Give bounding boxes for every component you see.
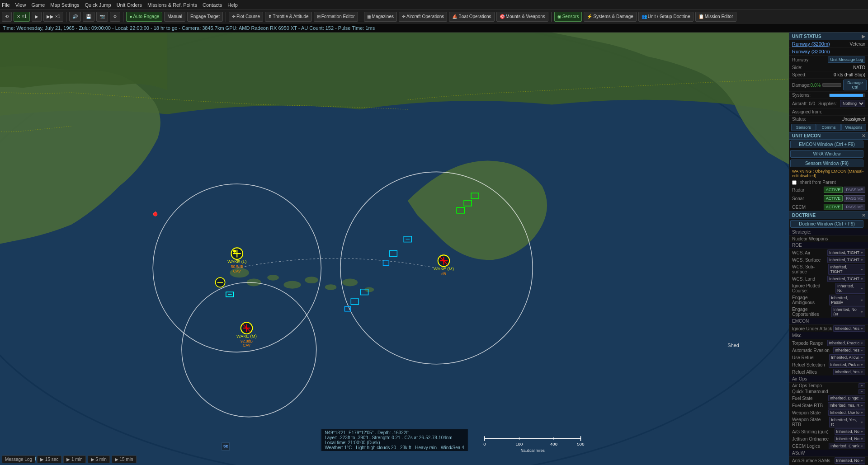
undo-button[interactable]: ⟲ <box>2 12 12 22</box>
sensors-window-btn[interactable]: Sensors Window (F9) <box>790 160 863 167</box>
sound-button[interactable]: 🔊 <box>69 12 81 22</box>
oecm-active-btn[interactable]: ACTIVE <box>824 204 843 210</box>
emcon-sub-header: EMCON <box>789 318 868 325</box>
refuel-allies-value[interactable]: Inherited, Yes <box>833 369 865 375</box>
status-label: Status: <box>792 117 806 122</box>
map-icon[interactable]: 🗺 <box>222 442 230 451</box>
mounts-weapons-button[interactable]: 🎯 Mounts & Weapons <box>496 12 548 22</box>
quick-turnaround-value[interactable] <box>859 389 865 394</box>
unit-status-collapse[interactable]: ▶ <box>862 34 865 39</box>
save-button[interactable]: 💾 <box>83 12 94 22</box>
fuel-state-value[interactable]: Inherited, Bingo: <box>828 395 865 401</box>
wra-window-btn[interactable]: WRA Window <box>790 150 863 158</box>
systems-damage-button[interactable]: ⚡ Systems & Damage <box>584 12 636 22</box>
emcon-collapse[interactable]: ✕ <box>862 133 865 138</box>
menu-quick-jump[interactable]: Quick Jump <box>85 2 111 8</box>
message-log-button[interactable]: Message Log <box>2 456 35 463</box>
jettison-ordnance-value[interactable]: Inherited, No <box>835 436 865 442</box>
engage-target-button[interactable]: Engage Target <box>187 12 223 22</box>
ignore-plotted-value[interactable]: Inherited, No <box>835 283 865 294</box>
doctrine-collapse[interactable]: ✕ <box>862 213 865 218</box>
menu-game[interactable]: Game <box>31 2 45 8</box>
boat-ops-button[interactable]: ⛵ Boat Operations <box>449 12 494 22</box>
play-button[interactable]: ▶ <box>32 12 42 22</box>
ignore-under-attack-value[interactable]: Inherited, Yes <box>833 325 865 332</box>
menu-map-settings[interactable]: Map Settings <box>50 2 79 8</box>
map[interactable]: WAKE (L) 50.5dB CAV <box>0 33 789 465</box>
oecm-passive-btn[interactable]: PASSIVE <box>844 204 865 210</box>
refuel-selection-value[interactable]: Inherited, Pick n <box>829 362 865 368</box>
sensors-tab[interactable]: Sensors <box>791 124 816 131</box>
damage-label: Damage: <box>792 83 811 88</box>
inherit-parent-label: Inherit from Parent <box>798 180 836 185</box>
inherit-parent-checkbox[interactable] <box>792 180 797 185</box>
damage-ctrl-btn[interactable]: Damage Ctrl <box>843 80 867 90</box>
oecm-logics-value[interactable]: Inherited, Crank <box>829 443 865 449</box>
speed-row: Speed: 0 kts (Full Stop) <box>789 71 868 79</box>
menu-help[interactable]: Help <box>227 2 238 8</box>
menu-contacts[interactable]: Contacts <box>203 2 222 8</box>
engage-opportunities-value[interactable]: Inherited, No (er <box>831 306 865 317</box>
torpedo-range-value[interactable]: Inherited, Practic <box>827 340 865 346</box>
coords-bar: N49°18'21" E179°12'05" - Depth: -16322ft… <box>321 429 468 451</box>
wcs-land-value[interactable]: Inherited, TIGHT <box>827 276 865 282</box>
use-refuel-label: Use Refuel <box>792 355 814 360</box>
asuw-sub-header: ASuW <box>789 450 868 457</box>
settings-button[interactable]: ⚙ <box>110 12 120 22</box>
auto-evasion-value[interactable]: Inherited, Yes <box>833 347 865 353</box>
mission-editor-button[interactable]: 📋 Mission Editor <box>695 12 736 22</box>
damage-row: Damage: 0.0% Damage Ctrl <box>789 79 868 92</box>
manual-engage-button[interactable]: Manual <box>164 12 185 22</box>
aircraft-ops-button[interactable]: ✈ Aircraft Operations <box>399 12 447 22</box>
unit-group-button[interactable]: 👥 Unit / Group Doctrine <box>638 12 693 22</box>
air-ops-tempo-label: Air Ops Tempo <box>792 383 822 388</box>
right-panel: UNIT STATUS ▶ Runway (3200m) Veteran Run… <box>789 33 868 465</box>
close-button[interactable]: ✕ ×1 <box>14 12 30 22</box>
sensors-button[interactable]: ◉ Sensors <box>554 12 582 22</box>
play-15min-button[interactable]: ▶ 15 min <box>112 456 137 463</box>
comms-tab[interactable]: Comms <box>816 124 841 131</box>
svg-rect-22 <box>226 292 234 297</box>
runway-link[interactable]: Runway (3200m) <box>792 49 830 54</box>
weapon-state-value[interactable]: Inherited, Use lo <box>828 409 865 416</box>
sonar-passive-btn[interactable]: PASSIVE <box>844 195 865 202</box>
doctrine-window-btn[interactable]: Doctrine Window (Ctrl + F9) <box>790 220 863 228</box>
wcs-surface-value[interactable]: Inherited, TIGHT <box>827 257 865 263</box>
wcs-air-value[interactable]: Inherited, TIGHT <box>827 249 865 256</box>
radar-passive-btn[interactable]: PASSIVE <box>844 187 865 193</box>
sonar-active-btn[interactable]: ACTIVE <box>824 195 843 202</box>
quick-turnaround-row: Quick Turnaround <box>789 389 868 395</box>
anti-surface-sams-value[interactable]: Inherited, No <box>835 457 865 464</box>
play-1min-button[interactable]: ▶ 1 min <box>63 456 85 463</box>
weapons-tab[interactable]: Weapons <box>841 124 866 131</box>
emcon-window-btn[interactable]: EMCON Window (Ctrl + F9) <box>790 141 863 148</box>
play-15sec-button[interactable]: ▶ 15 sec <box>37 456 61 463</box>
menu-missions[interactable]: Missions & Ref. Points <box>147 2 197 8</box>
fast-forward-button[interactable]: ▶▶ ×1 <box>43 12 63 22</box>
unit-status-header: UNIT STATUS ▶ <box>789 33 868 40</box>
auto-engage-button[interactable]: ● Auto Engage <box>126 12 162 22</box>
supplies-select[interactable]: Nothing <box>840 100 865 107</box>
play-5min-button[interactable]: ▶ 5 min <box>88 456 110 463</box>
menu-unit-orders[interactable]: Unit Orders <box>117 2 142 8</box>
aag-strafing-value[interactable]: Inherited, No <box>835 428 865 435</box>
speed-value: 0 kts (Full Stop) <box>834 72 865 77</box>
fuel-state-rtb-value[interactable]: Inherited, Yes, R <box>828 402 865 409</box>
wcs-surface-row: WCS, Surface Inherited, TIGHT <box>789 256 868 263</box>
use-refuel-value[interactable]: Inherited, Allow, <box>829 354 865 361</box>
menu-file[interactable]: File <box>2 2 10 8</box>
engage-ambiguous-value[interactable]: Inherited, Passiv <box>829 295 865 305</box>
magazines-button[interactable]: ▦ Magazines <box>364 12 397 22</box>
radar-active-btn[interactable]: ACTIVE <box>824 187 843 193</box>
runway-type-row: Runway Unit Message Log <box>789 56 868 64</box>
throttle-button[interactable]: ⬆ Throttle & Attitude <box>265 12 312 22</box>
plot-course-button[interactable]: ✈ Plot Course <box>229 12 263 22</box>
unit-name-link[interactable]: Runway (3200m) <box>792 41 830 47</box>
screenshot-button[interactable]: 📷 <box>96 12 108 22</box>
weapon-state-rtb-value[interactable]: Inherited, Yes, R <box>829 417 865 427</box>
wcs-sub-value[interactable]: Inherited, TIGHT <box>828 264 865 275</box>
formation-button[interactable]: ⊞ Formation Editor <box>314 12 358 22</box>
air-ops-tempo-value[interactable] <box>859 383 865 388</box>
menu-view[interactable]: View <box>15 2 26 8</box>
message-log-btn[interactable]: Unit Message Log <box>828 56 865 63</box>
